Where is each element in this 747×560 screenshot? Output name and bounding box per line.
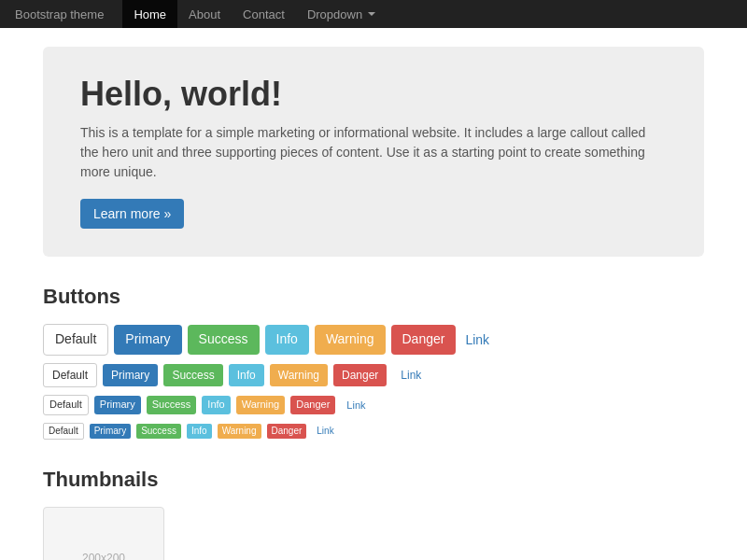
btn-warning-sm[interactable]: Warning (236, 396, 286, 413)
btn-warning-md[interactable]: Warning (270, 364, 328, 387)
thumbnails-title: Thumbnails (43, 468, 704, 492)
btn-danger-md[interactable]: Danger (333, 364, 387, 387)
btn-link-xs[interactable]: Link (312, 425, 338, 437)
hero-section: Hello, world! This is a template for a s… (43, 47, 704, 257)
btn-success-xs[interactable]: Success (136, 424, 181, 439)
learn-more-button[interactable]: Learn more » (80, 199, 184, 229)
btn-primary-md[interactable]: Primary (103, 364, 158, 387)
btn-primary-sm[interactable]: Primary (94, 396, 141, 413)
button-row-large: Default Primary Success Info Warning Dan… (43, 324, 704, 356)
thumbnails-section: Thumbnails 200x200 (43, 468, 704, 560)
btn-link-md[interactable]: Link (392, 365, 430, 385)
btn-default-md[interactable]: Default (43, 363, 97, 388)
btn-success-sm[interactable]: Success (147, 396, 197, 413)
navbar-brand[interactable]: Bootstrap theme (15, 7, 104, 21)
thumbnail-label: 200x200 (82, 552, 125, 560)
btn-warning-xs[interactable]: Warning (218, 424, 261, 439)
btn-success-md[interactable]: Success (163, 364, 222, 387)
thumbnail-item: 200x200 (43, 507, 164, 560)
btn-danger-xs[interactable]: Danger (267, 424, 307, 439)
btn-info-md[interactable]: Info (229, 364, 264, 387)
btn-warning-lg[interactable]: Warning (315, 325, 386, 355)
btn-info-lg[interactable]: Info (265, 325, 309, 355)
hero-title: Hello, world! (80, 75, 667, 114)
main-container: Hello, world! This is a template for a s… (28, 28, 719, 560)
buttons-title: Buttons (43, 285, 704, 309)
nav-item-dropdown[interactable]: Dropdown (296, 0, 387, 28)
btn-info-sm[interactable]: Info (202, 396, 230, 413)
dropdown-label: Dropdown (307, 7, 375, 21)
button-row-small: Default Primary Success Info Warning Dan… (43, 395, 704, 414)
btn-link-sm[interactable]: Link (341, 398, 371, 413)
buttons-section: Buttons Default Primary Success Info War… (43, 285, 704, 440)
btn-primary-xs[interactable]: Primary (90, 424, 131, 439)
btn-danger-lg[interactable]: Danger (391, 325, 457, 355)
navbar: Bootstrap theme Home About Contact Dropd… (0, 0, 747, 28)
button-row-xsmall: Default Primary Success Info Warning Dan… (43, 423, 704, 440)
nav-item-home[interactable]: Home (122, 0, 177, 28)
btn-link-lg[interactable]: Link (461, 327, 493, 353)
btn-default-sm[interactable]: Default (43, 395, 89, 414)
btn-danger-sm[interactable]: Danger (290, 396, 335, 413)
hero-description: This is a template for a simple marketin… (80, 123, 667, 182)
button-row-normal: Default Primary Success Info Warning Dan… (43, 363, 704, 388)
btn-info-xs[interactable]: Info (187, 424, 212, 439)
btn-primary-lg[interactable]: Primary (114, 325, 181, 355)
btn-success-lg[interactable]: Success (188, 325, 260, 355)
nav-item-contact[interactable]: Contact (232, 0, 296, 28)
nav-items: Home About Contact Dropdown (122, 0, 387, 28)
btn-default-lg[interactable]: Default (43, 324, 108, 356)
btn-default-xs[interactable]: Default (43, 423, 84, 440)
chevron-down-icon (368, 12, 375, 16)
nav-item-about[interactable]: About (177, 0, 232, 28)
